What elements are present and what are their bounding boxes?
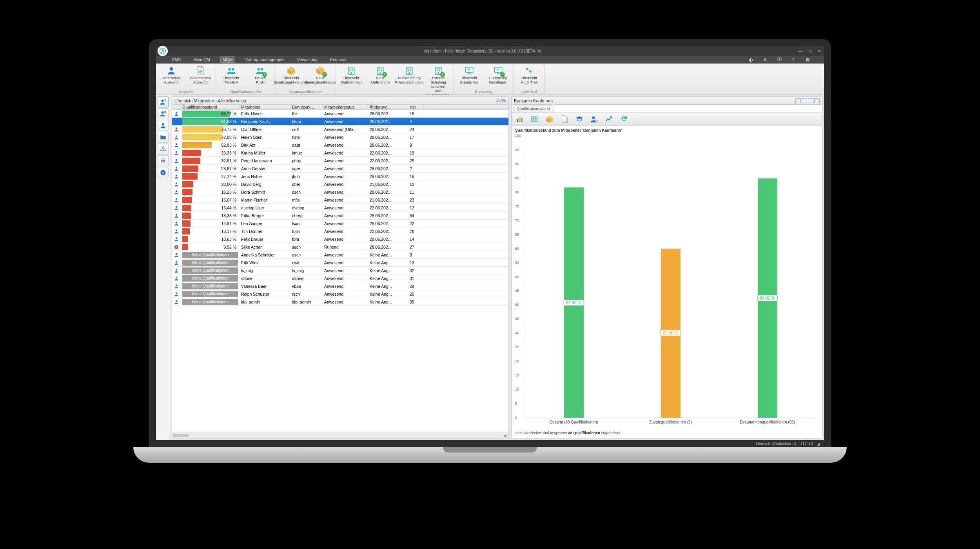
table-row[interactable]: 32,61 %Peter HausmannphauAnwesend22.06.2… [172,157,508,165]
menubar-icon-4[interactable]: ⊠ [804,57,811,62]
ribbon-button-rueckmeldung[interactable]: RückmeldungPräsenzschulung [396,65,423,85]
toolbar-chart-button[interactable] [515,114,525,124]
ribbon-button-elearning-hinzu[interactable]: +E-Learninghinzufügen [485,65,512,85]
building-icon [403,65,415,76]
ribbon-group-e-learning: ÜbersichtE-Learning+E-Learninghinzufügen… [454,64,514,95]
ribbon-button-uebersicht-audit[interactable]: ÜbersichtAudit Trail [515,65,543,85]
table-row[interactable]: Keine QualifikationenAngelika Schröderas… [172,251,508,259]
table-row[interactable]: Keine Qualifikationend3oned3oneAnwesendK… [172,274,508,282]
cell-changed: 28.06.202... [368,166,408,171]
scroll-right-icon[interactable]: ▶ [503,433,508,438]
col-changed[interactable]: Änderung... [368,105,408,109]
toolbar-box-button[interactable] [544,114,555,124]
table-row[interactable]: 15,38 %Erika BergerebergAnwesend28.06.20… [172,212,508,220]
ribbon-button-neue-massnahme[interactable]: +Neue Maßnahme [367,65,394,85]
table-row[interactable]: 18,23 %Dora SchmittdschAnwesend28.06.202… [172,188,508,196]
ribbon-button-dokumenten-auskunft[interactable]: DokumentenAuskunft [187,65,214,85]
sidebar-single-person-button[interactable] [158,120,169,131]
table-row[interactable]: 73,77 %Olaf OfflineooffAnwesend (Offli..… [172,125,508,133]
table-row[interactable]: 28,67 %Anne GerstenagerAnwesend28.06.202… [172,165,508,173]
table-row[interactable]: Keine Qualifikationenls_migls_migAnwesen… [172,267,508,274]
menu-item-dms[interactable]: DMS [169,56,183,63]
y-tick: 35 [515,317,519,321]
menubar-icon-1[interactable]: A [762,57,768,62]
plus-badge-icon: + [322,72,327,77]
table-row[interactable]: 10,63 %Felix BrauerfbraAnwesend28.06.202… [172,235,508,243]
table-row[interactable]: 16,67 %Martin FischermfisAnwesend21.06.2… [172,196,508,204]
window-close-button[interactable]: ✕ [815,49,824,53]
col-employee[interactable]: Mitarbeiter [240,105,290,109]
menu-item-vertragsmanagement[interactable]: Vertragsmanagement [243,56,287,63]
table-row[interactable]: 14,81 %Lea SangerlsanAnwesend28.06.202..… [172,220,508,227]
ribbon-button-neues-profil[interactable]: +NeuesProfil [247,65,274,85]
window-maximize-button[interactable]: ▢ [805,49,815,53]
ribbon-button-uebersicht-elearning[interactable]: ÜbersichtE-Learning [456,65,483,85]
ribbon-button-externe-schulung[interactable]: +Externe Schulung erstellenund zurückmel… [425,65,452,98]
plus-badge-icon: + [262,72,267,77]
menubar-icon-3[interactable]: ? [790,57,797,62]
chart-title: Qualifikationsstand zum Mitarbeiter 'Ben… [515,128,819,134]
menu-item-mqm[interactable]: MQM [220,56,235,63]
cell-userkey: d3one [290,276,323,281]
menu-item-personal[interactable]: Personal [328,56,348,63]
sidebar-org-button[interactable] [158,144,169,155]
col-userkey[interactable]: Benutzerk... [290,105,323,109]
table-row[interactable]: Keine QualifikationenVanessa BaervbaeAnw… [172,282,508,290]
table-row[interactable]: 13,17 %Tim DonnertdonAnwesend22.06.202..… [172,227,508,235]
ribbon-button-uebersicht-zusatz[interactable]: ÜbersichtZusatzqualifikationen [278,65,305,85]
table-row[interactable]: 81,58 %Benjamin Kauf...bkauAnwesend28.06… [172,118,508,125]
cell-name: Felix Hirsch [240,111,290,116]
menu-item-mein qm[interactable]: Mein QM [191,56,212,63]
status-resize-grip-icon[interactable]: ◢ [817,442,820,446]
menubar-icon-0[interactable]: ◐ [748,57,754,62]
scroll-thumb[interactable] [173,434,189,437]
toolbar-person-cfg-button[interactable] [589,114,599,124]
sidebar-help-button[interactable] [158,167,169,178]
sidebar-add-person-button[interactable] [158,108,169,119]
toolbar-table-button[interactable] [530,114,540,124]
table-row[interactable]: 16,44 %d.velop UserdvelopAnwesend22.06.2… [172,204,508,212]
user-icon [172,299,181,304]
ribbon-button-neue-zusatz[interactable]: +NeueZusatzqualifikation [307,65,334,85]
user-icon [172,181,181,187]
table-row[interactable]: 9,52 %Silke AchensachRuhend28.06.202...2… [172,243,508,251]
sidebar-filter-person-button[interactable] [158,96,169,107]
toolbar-graduate-button[interactable] [574,114,584,124]
table-row[interactable]: 27,14 %Jens HuberjhubAnwesend28.06.202..… [172,173,508,180]
sidebar-folder-button[interactable] [158,132,169,143]
panel-layout-icons[interactable] [795,98,820,103]
toolbar-trend-button[interactable] [604,114,614,124]
cell-name: Vanessa Baer [240,284,290,289]
col-ker[interactable]: Ker [408,105,424,109]
toolbar-docs-button[interactable] [559,114,570,124]
table-row[interactable]: 20,00 %David BergdberAnwesend21.06.202..… [172,180,508,188]
table-row[interactable]: Keine QualifikationenRalph SchusterrschA… [172,290,508,298]
ribbon-button-uebersicht-profile[interactable]: ÜbersichtProfile ▾ [218,65,245,85]
table-row[interactable]: 85,71 %Felix HirschfhirAnwesend28.06.202… [172,110,508,118]
chart-footer: Dem Mitarbeiter sind insgesamt 38 Qualif… [515,429,819,436]
window-minimize-button[interactable]: — [796,49,805,53]
horizontal-scrollbar[interactable]: ◀ ▶ [172,433,508,438]
cell-name: Angelika Schröder [240,253,290,257]
table-row[interactable]: Keine Qualifikationenidp_adminidp_adminA… [172,298,508,306]
sidebar-print-button[interactable] [158,155,169,166]
table-row[interactable]: 33,33 %Karina MüllerkmueAnwesend22.06.20… [172,149,508,157]
toolbar-refresh-button[interactable] [619,114,629,124]
col-status[interactable]: Mitarbeiterstatus [323,105,368,109]
ribbon-button-mitarbeiter-auskunft[interactable]: MitarbeiterAuskunft [158,65,185,85]
cell-changed: 28.06.202... [368,135,408,140]
qualification-bar: 73,77 % [182,126,238,133]
cell-changed: 28.06.202... [368,174,408,179]
table-row[interactable]: 52,83 %Dirk AbtdabtAnwesend28.06.202...9 [172,141,508,149]
menubar-icon-2[interactable]: ⓘ [776,57,782,62]
employee-grid[interactable]: Qualifikationsstand Mitarbeiter Benutzer… [172,105,508,433]
menu-item-verwaltung[interactable]: Verwaltung [295,56,320,63]
tab-qualification[interactable]: Qualifikationsstand [513,105,554,112]
cell-userkey: lsan [290,221,323,226]
table-row[interactable]: Keine QualifikationenErik WirtzewirAnwes… [172,259,508,267]
table-row[interactable]: 72,08 %Helen SteinhsteAnwesend28.06.202.… [172,133,508,141]
qualification-bar: 14,81 % [182,220,238,227]
col-qualification[interactable]: Qualifikationsstand [181,105,240,109]
cell-changed: Keine Ang... [368,260,408,265]
ribbon-button-uebersicht-massnahmen[interactable]: ÜbersichtMaßnahmen [338,65,365,85]
